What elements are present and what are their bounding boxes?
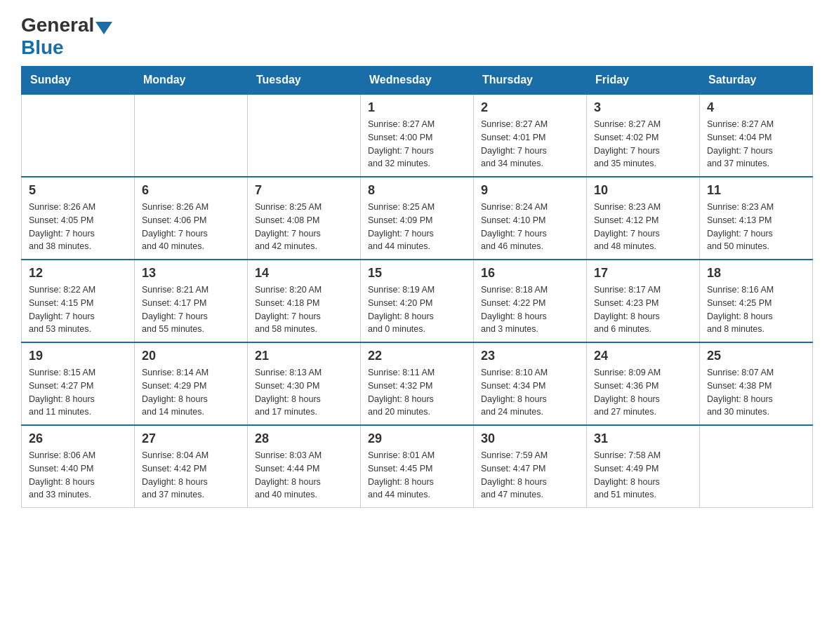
calendar-day-29: 29Sunrise: 8:01 AM Sunset: 4:45 PM Dayli…	[361, 425, 474, 508]
weekday-header-friday: Friday	[587, 67, 700, 95]
empty-cell	[135, 94, 248, 177]
day-number: 2	[481, 100, 579, 115]
day-number: 16	[481, 266, 579, 281]
day-info: Sunrise: 8:25 AM Sunset: 4:09 PM Dayligh…	[368, 201, 466, 253]
weekday-header-sunday: Sunday	[22, 67, 135, 95]
day-info: Sunrise: 8:26 AM Sunset: 4:06 PM Dayligh…	[142, 201, 240, 253]
weekday-header-row: SundayMondayTuesdayWednesdayThursdayFrid…	[22, 67, 813, 95]
calendar-day-20: 20Sunrise: 8:14 AM Sunset: 4:29 PM Dayli…	[135, 342, 248, 425]
day-number: 12	[29, 266, 127, 281]
logo-triangle-icon	[95, 22, 112, 34]
day-number: 7	[255, 183, 353, 198]
calendar-day-3: 3Sunrise: 8:27 AM Sunset: 4:02 PM Daylig…	[587, 94, 700, 177]
day-info: Sunrise: 8:26 AM Sunset: 4:05 PM Dayligh…	[29, 201, 127, 253]
calendar-table: SundayMondayTuesdayWednesdayThursdayFrid…	[21, 66, 813, 508]
calendar-week-row: 5Sunrise: 8:26 AM Sunset: 4:05 PM Daylig…	[22, 177, 813, 260]
day-info: Sunrise: 8:01 AM Sunset: 4:45 PM Dayligh…	[368, 449, 466, 502]
day-number: 4	[707, 100, 805, 115]
day-number: 8	[368, 183, 466, 198]
calendar-day-18: 18Sunrise: 8:16 AM Sunset: 4:25 PM Dayli…	[700, 260, 813, 342]
calendar-week-row: 19Sunrise: 8:15 AM Sunset: 4:27 PM Dayli…	[22, 342, 813, 425]
day-number: 23	[481, 349, 579, 363]
logo-general-text: General	[21, 14, 94, 36]
day-info: Sunrise: 8:17 AM Sunset: 4:23 PM Dayligh…	[594, 283, 692, 336]
calendar-day-2: 2Sunrise: 8:27 AM Sunset: 4:01 PM Daylig…	[474, 94, 587, 177]
weekday-header-thursday: Thursday	[474, 67, 587, 95]
empty-cell	[700, 425, 813, 508]
calendar-day-31: 31Sunrise: 7:58 AM Sunset: 4:49 PM Dayli…	[587, 425, 700, 508]
calendar-day-11: 11Sunrise: 8:23 AM Sunset: 4:13 PM Dayli…	[700, 177, 813, 260]
empty-cell	[22, 94, 135, 177]
day-number: 3	[594, 100, 692, 115]
calendar-day-10: 10Sunrise: 8:23 AM Sunset: 4:12 PM Dayli…	[587, 177, 700, 260]
day-number: 14	[255, 266, 353, 281]
calendar-day-15: 15Sunrise: 8:19 AM Sunset: 4:20 PM Dayli…	[361, 260, 474, 342]
calendar-week-row: 12Sunrise: 8:22 AM Sunset: 4:15 PM Dayli…	[22, 260, 813, 342]
day-number: 1	[368, 100, 466, 115]
day-info: Sunrise: 7:58 AM Sunset: 4:49 PM Dayligh…	[594, 449, 692, 502]
calendar-day-27: 27Sunrise: 8:04 AM Sunset: 4:42 PM Dayli…	[135, 425, 248, 508]
calendar-day-1: 1Sunrise: 8:27 AM Sunset: 4:00 PM Daylig…	[361, 94, 474, 177]
calendar-day-14: 14Sunrise: 8:20 AM Sunset: 4:18 PM Dayli…	[248, 260, 361, 342]
calendar-day-25: 25Sunrise: 8:07 AM Sunset: 4:38 PM Dayli…	[700, 342, 813, 425]
day-info: Sunrise: 8:24 AM Sunset: 4:10 PM Dayligh…	[481, 201, 579, 253]
day-number: 11	[707, 183, 805, 198]
calendar-day-6: 6Sunrise: 8:26 AM Sunset: 4:06 PM Daylig…	[135, 177, 248, 260]
calendar-day-17: 17Sunrise: 8:17 AM Sunset: 4:23 PM Dayli…	[587, 260, 700, 342]
calendar-day-28: 28Sunrise: 8:03 AM Sunset: 4:44 PM Dayli…	[248, 425, 361, 508]
day-info: Sunrise: 8:13 AM Sunset: 4:30 PM Dayligh…	[255, 366, 353, 419]
calendar-day-23: 23Sunrise: 8:10 AM Sunset: 4:34 PM Dayli…	[474, 342, 587, 425]
calendar-day-13: 13Sunrise: 8:21 AM Sunset: 4:17 PM Dayli…	[135, 260, 248, 342]
day-number: 31	[594, 431, 692, 446]
calendar-week-row: 26Sunrise: 8:06 AM Sunset: 4:40 PM Dayli…	[22, 425, 813, 508]
day-info: Sunrise: 8:25 AM Sunset: 4:08 PM Dayligh…	[255, 201, 353, 253]
weekday-header-wednesday: Wednesday	[361, 67, 474, 95]
page-header: General Blue	[21, 14, 813, 59]
empty-cell	[248, 94, 361, 177]
logo: General Blue	[21, 14, 114, 59]
day-info: Sunrise: 8:21 AM Sunset: 4:17 PM Dayligh…	[142, 283, 240, 336]
calendar-day-19: 19Sunrise: 8:15 AM Sunset: 4:27 PM Dayli…	[22, 342, 135, 425]
calendar-day-24: 24Sunrise: 8:09 AM Sunset: 4:36 PM Dayli…	[587, 342, 700, 425]
day-info: Sunrise: 8:15 AM Sunset: 4:27 PM Dayligh…	[29, 366, 127, 419]
logo-blue-text: Blue	[21, 36, 64, 58]
day-info: Sunrise: 8:27 AM Sunset: 4:02 PM Dayligh…	[594, 118, 692, 170]
day-info: Sunrise: 8:19 AM Sunset: 4:20 PM Dayligh…	[368, 283, 466, 336]
day-number: 19	[29, 349, 127, 363]
day-number: 15	[368, 266, 466, 281]
calendar-day-22: 22Sunrise: 8:11 AM Sunset: 4:32 PM Dayli…	[361, 342, 474, 425]
day-number: 22	[368, 349, 466, 363]
day-number: 6	[142, 183, 240, 198]
day-info: Sunrise: 8:27 AM Sunset: 4:04 PM Dayligh…	[707, 118, 805, 170]
day-number: 20	[142, 349, 240, 363]
calendar-day-9: 9Sunrise: 8:24 AM Sunset: 4:10 PM Daylig…	[474, 177, 587, 260]
calendar-body: 1Sunrise: 8:27 AM Sunset: 4:00 PM Daylig…	[22, 94, 813, 508]
day-number: 26	[29, 431, 127, 446]
day-number: 5	[29, 183, 127, 198]
day-number: 21	[255, 349, 353, 363]
weekday-header-monday: Monday	[135, 67, 248, 95]
day-number: 29	[368, 431, 466, 446]
calendar-day-5: 5Sunrise: 8:26 AM Sunset: 4:05 PM Daylig…	[22, 177, 135, 260]
day-number: 27	[142, 431, 240, 446]
calendar-day-4: 4Sunrise: 8:27 AM Sunset: 4:04 PM Daylig…	[700, 94, 813, 177]
day-number: 10	[594, 183, 692, 198]
calendar-day-12: 12Sunrise: 8:22 AM Sunset: 4:15 PM Dayli…	[22, 260, 135, 342]
weekday-header-saturday: Saturday	[700, 67, 813, 95]
calendar-day-21: 21Sunrise: 8:13 AM Sunset: 4:30 PM Dayli…	[248, 342, 361, 425]
day-number: 17	[594, 266, 692, 281]
day-info: Sunrise: 8:14 AM Sunset: 4:29 PM Dayligh…	[142, 366, 240, 419]
day-info: Sunrise: 8:27 AM Sunset: 4:01 PM Dayligh…	[481, 118, 579, 170]
day-number: 30	[481, 431, 579, 446]
calendar-day-30: 30Sunrise: 7:59 AM Sunset: 4:47 PM Dayli…	[474, 425, 587, 508]
day-info: Sunrise: 8:11 AM Sunset: 4:32 PM Dayligh…	[368, 366, 466, 419]
day-info: Sunrise: 8:06 AM Sunset: 4:40 PM Dayligh…	[29, 449, 127, 502]
day-info: Sunrise: 7:59 AM Sunset: 4:47 PM Dayligh…	[481, 449, 579, 502]
day-number: 28	[255, 431, 353, 446]
day-info: Sunrise: 8:04 AM Sunset: 4:42 PM Dayligh…	[142, 449, 240, 502]
calendar-week-row: 1Sunrise: 8:27 AM Sunset: 4:00 PM Daylig…	[22, 94, 813, 177]
calendar-day-7: 7Sunrise: 8:25 AM Sunset: 4:08 PM Daylig…	[248, 177, 361, 260]
day-number: 24	[594, 349, 692, 363]
day-info: Sunrise: 8:03 AM Sunset: 4:44 PM Dayligh…	[255, 449, 353, 502]
day-info: Sunrise: 8:23 AM Sunset: 4:12 PM Dayligh…	[594, 201, 692, 253]
